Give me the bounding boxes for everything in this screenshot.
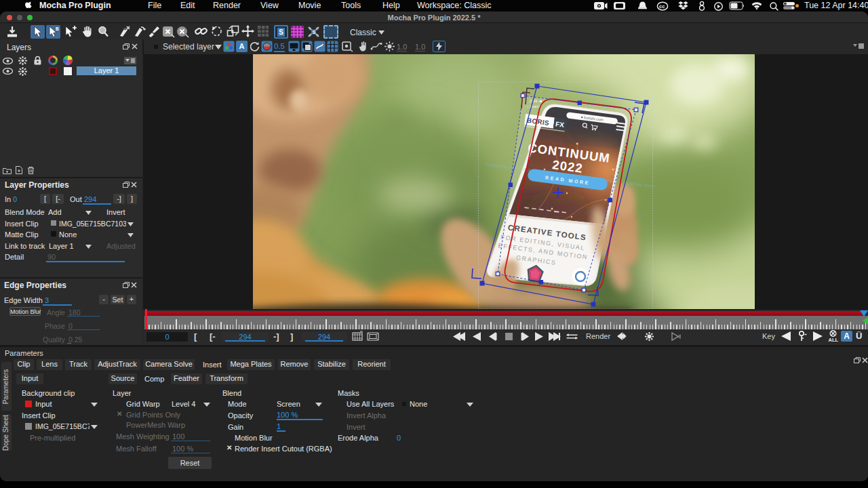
svg-text:S: S — [313, 30, 316, 35]
svg-text:B: B — [56, 26, 59, 31]
svg-text:cc: cc — [659, 3, 665, 9]
svg-text:ALL: ALL — [829, 337, 839, 343]
